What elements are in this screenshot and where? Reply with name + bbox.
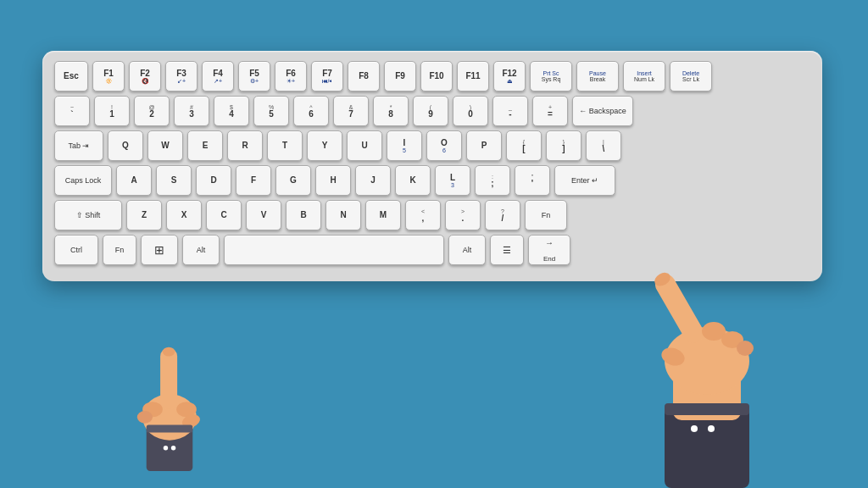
hand-left [119, 302, 220, 471]
key-spacebar[interactable] [224, 235, 444, 265]
key-tab[interactable]: Tab ⇥ [54, 130, 103, 161]
key-0[interactable]: )0 [453, 96, 488, 126]
key-f9[interactable]: F9 [384, 61, 416, 92]
key-s[interactable]: S [156, 165, 192, 196]
key-alt-right[interactable]: Alt [448, 235, 486, 265]
key-delete[interactable]: DeleteScr Lk [670, 61, 712, 92]
key-v[interactable]: V [246, 200, 281, 230]
key-slash[interactable]: ?/ [485, 200, 520, 230]
svg-rect-20 [665, 403, 749, 415]
key-esc[interactable]: Esc [54, 61, 88, 92]
key-f4[interactable]: F4↗+ [202, 61, 234, 92]
key-prtsc[interactable]: Prt ScSys Rq [530, 61, 572, 92]
key-fn-right[interactable]: Fn [525, 200, 567, 230]
key-w[interactable]: W [147, 130, 183, 161]
key-9[interactable]: (9 [413, 96, 448, 126]
key-z[interactable]: Z [126, 200, 162, 230]
key-n[interactable]: N [326, 200, 361, 230]
key-8[interactable]: *8 [373, 96, 409, 126]
hand-right [614, 217, 800, 488]
asdf-key-row: Caps Lock A S D F G H J K L3 :; "' Enter… [54, 165, 810, 196]
key-menu[interactable]: ☰ [490, 235, 524, 265]
svg-point-21 [691, 425, 698, 432]
key-p[interactable]: P [466, 130, 502, 161]
key-m[interactable]: M [365, 200, 401, 230]
key-f6[interactable]: F6☀+ [275, 61, 307, 92]
key-quote[interactable]: "' [515, 165, 550, 196]
number-key-row: ~` !1 @2 #3 $4 %5 ^6 &7 *8 (9 )0 _- += ←… [54, 96, 810, 126]
key-enter[interactable]: Enter ↵ [554, 165, 615, 196]
key-pause[interactable]: PauseBreak [576, 61, 619, 92]
key-6[interactable]: ^6 [293, 96, 329, 126]
key-f[interactable]: F [236, 165, 271, 196]
key-f12[interactable]: F12⏏ [493, 61, 526, 92]
key-7[interactable]: &7 [333, 96, 369, 126]
key-r[interactable]: R [227, 130, 263, 161]
svg-rect-2 [160, 348, 177, 410]
key-2[interactable]: @2 [134, 96, 170, 126]
key-end[interactable]: →End [528, 235, 570, 265]
key-4[interactable]: $4 [214, 96, 249, 126]
key-backspace[interactable]: ← Backspace [572, 96, 633, 126]
svg-point-18 [737, 341, 754, 356]
key-f7[interactable]: F7⏮/◀ [311, 61, 343, 92]
key-fn-bottom[interactable]: Fn [103, 235, 136, 265]
key-3[interactable]: #3 [174, 96, 209, 126]
key-i[interactable]: I5 [387, 130, 422, 161]
scene: Esc F1🔅 F2🔇 F3↙+ F4↗+ F5⚙+ F6☀+ F7⏮/◀ F8… [0, 0, 868, 488]
key-period[interactable]: >. [445, 200, 481, 230]
svg-point-6 [137, 411, 153, 424]
key-l[interactable]: L3 [435, 165, 470, 196]
fn-key-row: Esc F1🔅 F2🔇 F3↙+ F4↗+ F5⚙+ F6☀+ F7⏮/◀ F8… [54, 61, 810, 92]
key-q[interactable]: Q [108, 130, 143, 161]
svg-rect-8 [147, 424, 193, 432]
key-shift-left[interactable]: ⇧ Shift [54, 200, 122, 230]
svg-point-10 [171, 446, 175, 450]
key-g[interactable]: G [275, 165, 311, 196]
key-f3[interactable]: F3↙+ [165, 61, 198, 92]
key-semicolon[interactable]: :; [475, 165, 510, 196]
key-lbracket[interactable]: {[ [506, 130, 542, 161]
key-u[interactable]: U [347, 130, 382, 161]
svg-point-9 [164, 446, 168, 450]
key-minus[interactable]: _- [492, 96, 528, 126]
key-insert[interactable]: InsertNum Lk [623, 61, 665, 92]
key-x[interactable]: X [166, 200, 202, 230]
key-b[interactable]: B [286, 200, 321, 230]
svg-point-3 [163, 347, 175, 357]
key-e[interactable]: E [187, 130, 223, 161]
key-d[interactable]: D [196, 165, 231, 196]
key-capslock[interactable]: Caps Lock [54, 165, 112, 196]
key-y[interactable]: Y [307, 130, 342, 161]
key-rbracket[interactable]: }] [546, 130, 581, 161]
key-windows[interactable]: ⊞ [141, 235, 178, 265]
key-backtick[interactable]: ~` [54, 96, 90, 126]
qwerty-key-row: Tab ⇥ Q W E R T Y U I5 O6 P {[ }] |\ [54, 130, 810, 161]
key-1[interactable]: !1 [94, 96, 130, 126]
key-o[interactable]: O6 [426, 130, 462, 161]
key-f8[interactable]: F8 [348, 61, 380, 92]
key-f2[interactable]: F2🔇 [129, 61, 161, 92]
key-f11[interactable]: F11 [457, 61, 489, 92]
key-5[interactable]: %5 [253, 96, 289, 126]
key-k[interactable]: K [395, 165, 431, 196]
key-comma[interactable]: <, [405, 200, 441, 230]
svg-point-22 [708, 425, 715, 432]
key-alt-left[interactable]: Alt [182, 235, 220, 265]
key-ctrl-left[interactable]: Ctrl [54, 235, 98, 265]
key-f5[interactable]: F5⚙+ [238, 61, 270, 92]
key-f1[interactable]: F1🔅 [92, 61, 125, 92]
key-h[interactable]: H [315, 165, 351, 196]
key-c[interactable]: C [206, 200, 242, 230]
key-f10[interactable]: F10 [420, 61, 453, 92]
key-a[interactable]: A [116, 165, 152, 196]
key-j[interactable]: J [355, 165, 391, 196]
key-t[interactable]: T [267, 130, 303, 161]
key-backslash[interactable]: |\ [586, 130, 621, 161]
key-equals[interactable]: += [532, 96, 568, 126]
